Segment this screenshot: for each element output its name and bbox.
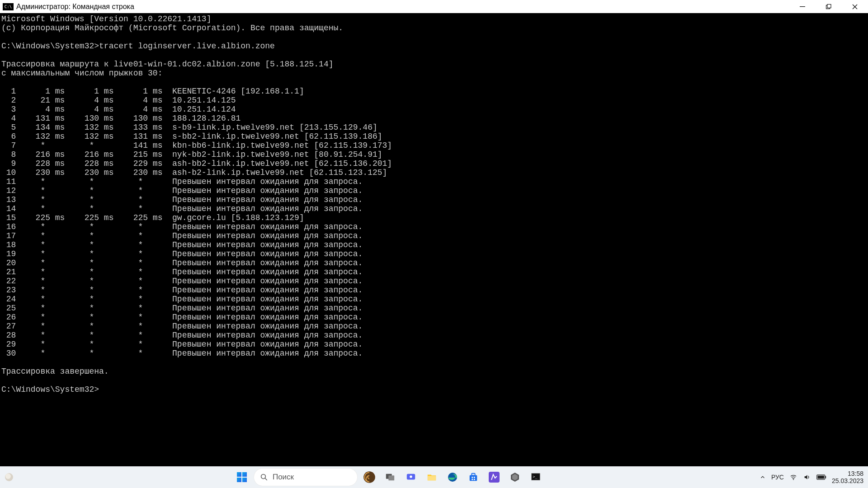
svg-point-13 bbox=[410, 475, 412, 478]
svg-rect-17 bbox=[472, 474, 475, 476]
tray-volume-icon[interactable] bbox=[803, 474, 811, 481]
taskbar-taskview-icon[interactable] bbox=[381, 468, 399, 486]
taskbar-edge-icon[interactable] bbox=[443, 468, 462, 486]
svg-rect-30 bbox=[817, 476, 824, 479]
tray-time: 13:58 bbox=[848, 470, 863, 477]
svg-rect-16 bbox=[470, 475, 477, 481]
cmd-icon: C:\ bbox=[3, 3, 14, 10]
taskbar-app-ammonite-icon[interactable] bbox=[360, 468, 378, 486]
weather-widget-icon[interactable] bbox=[0, 468, 18, 486]
taskbar-chat-icon[interactable] bbox=[402, 468, 420, 486]
search-icon bbox=[260, 473, 268, 481]
svg-text:>_: >_ bbox=[533, 474, 538, 479]
tray-language[interactable]: РУС bbox=[771, 474, 784, 481]
maximize-button[interactable] bbox=[816, 0, 842, 13]
start-button[interactable] bbox=[233, 468, 251, 486]
titlebar[interactable]: C:\ Администратор: Командная строка bbox=[0, 0, 868, 13]
tray-chevron-up-icon[interactable] bbox=[760, 474, 766, 480]
svg-point-9 bbox=[363, 471, 375, 483]
taskbar-app-purple-icon[interactable] bbox=[485, 468, 503, 486]
svg-rect-29 bbox=[825, 476, 826, 478]
window-title: Администратор: Командная строка bbox=[16, 3, 789, 11]
svg-rect-0 bbox=[800, 6, 805, 7]
cmd-window: C:\ Администратор: Командная строка Micr… bbox=[0, 0, 868, 466]
svg-point-27 bbox=[793, 479, 794, 480]
tray-wifi-icon[interactable] bbox=[789, 474, 797, 481]
svg-rect-14 bbox=[428, 476, 436, 480]
svg-rect-11 bbox=[388, 475, 394, 480]
svg-point-7 bbox=[261, 474, 266, 479]
tray-date: 25.03.2023 bbox=[832, 477, 863, 484]
svg-line-8 bbox=[265, 478, 267, 480]
taskbar-search[interactable]: Поиск bbox=[254, 468, 358, 486]
terminal-output[interactable]: Microsoft Windows [Version 10.0.22621.14… bbox=[0, 13, 868, 466]
svg-rect-2 bbox=[827, 4, 831, 8]
svg-point-6 bbox=[5, 474, 11, 479]
tray-datetime[interactable]: 13:58 25.03.2023 bbox=[832, 470, 863, 484]
taskbar-explorer-icon[interactable] bbox=[423, 468, 441, 486]
svg-rect-20 bbox=[472, 479, 473, 480]
search-placeholder: Поиск bbox=[273, 473, 294, 482]
minimize-button[interactable] bbox=[789, 0, 816, 13]
tray-battery-icon[interactable] bbox=[816, 474, 826, 480]
taskbar-store-icon[interactable] bbox=[464, 468, 482, 486]
svg-rect-21 bbox=[474, 479, 475, 480]
svg-rect-19 bbox=[474, 477, 475, 478]
taskbar-cmd-icon[interactable]: >_ bbox=[527, 468, 545, 486]
close-button[interactable] bbox=[842, 0, 868, 13]
taskbar: Поиск >_ РУС bbox=[0, 466, 868, 488]
taskbar-app-hex-icon[interactable] bbox=[506, 468, 524, 486]
svg-rect-18 bbox=[472, 477, 473, 478]
